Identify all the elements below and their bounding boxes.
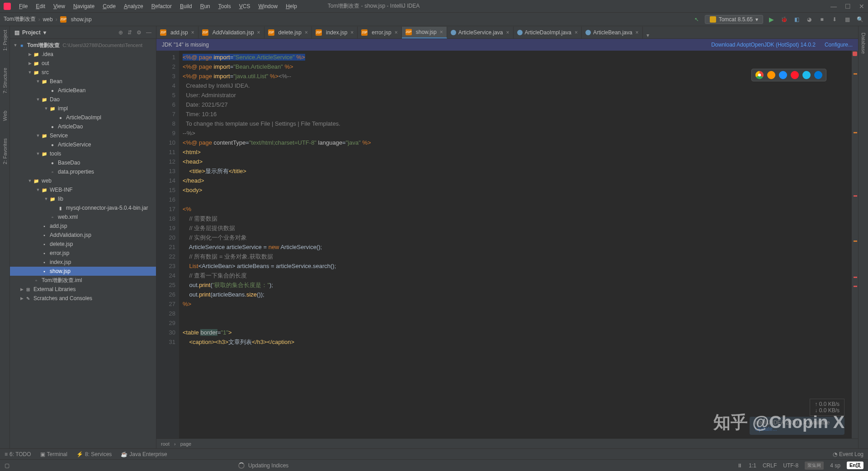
tree-node-basedao[interactable]: ●BaseDao [10, 158, 156, 167]
firefox-icon[interactable] [767, 71, 775, 79]
file-encoding[interactable]: UTF-8 [783, 462, 798, 469]
tree-node-deletejsp[interactable]: ▪delete.jsp [10, 240, 156, 249]
expand-arrow-icon[interactable]: ▶ [19, 287, 24, 292]
tree-node-articlebean[interactable]: ●ArticleBean [10, 86, 156, 95]
hide-icon[interactable]: — [146, 29, 151, 36]
tab-deletejsp[interactable]: JSPdelete.jsp× [264, 27, 312, 38]
coverage-button[interactable]: ◧ [792, 15, 801, 24]
tree-node-externallibraries[interactable]: ▶⊞External Libraries [10, 285, 156, 294]
update-notification[interactable]: IntelliJ IDEA 2020.1.4 available Update.… [750, 417, 844, 435]
debug-button[interactable]: 🐞 [779, 15, 788, 24]
tree-node-impl[interactable]: ▼📁impl [10, 104, 156, 113]
chevron-down-icon[interactable]: ▾ [43, 29, 46, 36]
tree-node-articledaoimpl[interactable]: ●ArticleDaoImpl [10, 113, 156, 122]
git-commit-button[interactable]: ▦ [843, 15, 852, 24]
close-tab-icon[interactable]: × [575, 29, 578, 36]
expand-arrow-icon[interactable]: ▼ [43, 197, 49, 201]
tree-node-out[interactable]: ▶📁out [10, 59, 156, 68]
collapse-icon[interactable]: ⇵ [127, 29, 132, 36]
edge-icon[interactable] [814, 71, 822, 79]
services-tool-window[interactable]: ⚡ 8: Services [76, 451, 112, 457]
breadcrumb-web[interactable]: web [43, 16, 53, 23]
memory-indicator[interactable]: 聚集网 [805, 462, 824, 470]
tab-articledaoimpljava[interactable]: ArticleDaoImpl.java× [514, 27, 582, 38]
crumb-page[interactable]: page [180, 441, 191, 447]
input-language[interactable]: En汉 [847, 462, 863, 469]
tree-node-addjsp[interactable]: ▪add.jsp [10, 221, 156, 231]
menu-file[interactable]: File [15, 1, 31, 11]
tree-node-tomiml[interactable]: ▫Tom增删改查.iml [10, 276, 156, 285]
minimize-icon[interactable]: — [830, 3, 837, 10]
tree-node-showjsp[interactable]: ▪show.jsp [10, 267, 156, 276]
project-root[interactable]: ▼ ■ Tom增删改查 C:\Users\32788\Documents\Ten… [10, 41, 156, 50]
indent-setting[interactable]: 4 sp [830, 462, 840, 469]
close-icon[interactable]: ✕ [859, 3, 864, 10]
tree-node-dao[interactable]: ▼📁Dao [10, 95, 156, 104]
tree-node-tools[interactable]: ▼📁tools [10, 149, 156, 158]
editor-gutter[interactable]: 1234567891011121314151617181920212223242… [156, 51, 179, 438]
rail-structure[interactable]: 7: Structure [1, 66, 9, 95]
tabs-chevron-icon[interactable]: ▾ [643, 32, 653, 38]
close-tab-icon[interactable]: × [395, 29, 398, 36]
expand-arrow-icon[interactable]: ▶ [27, 61, 33, 66]
back-icon[interactable]: ↖ [692, 15, 701, 24]
line-separator[interactable]: CRLF [763, 462, 777, 469]
close-tab-icon[interactable]: × [350, 29, 354, 36]
tree-node-dataproperties[interactable]: ▫data.properties [10, 167, 156, 176]
expand-arrow-icon[interactable]: ▼ [35, 188, 41, 192]
tab-indexjsp[interactable]: JSPindex.jsp× [312, 27, 358, 38]
todo-tool-window[interactable]: ≡ 6: TODO [5, 451, 31, 457]
java-enterprise-tool-window[interactable]: ☕ Java Enterprise [121, 451, 167, 457]
rail-project[interactable]: 1: Project [1, 28, 9, 52]
tab-articlebeanjava[interactable]: ArticleBean.java× [582, 27, 643, 38]
safari-icon[interactable] [779, 71, 787, 79]
project-title[interactable]: Project [22, 29, 41, 36]
tree-node-src[interactable]: ▼📁src [10, 68, 156, 77]
git-update-button[interactable]: ⬇ [830, 15, 839, 24]
expand-arrow-icon[interactable]: ▼ [35, 97, 41, 102]
code-body[interactable]: <%@ page import="Service.ArticleService"… [179, 51, 852, 438]
menu-run[interactable]: Run [197, 1, 214, 11]
tree-node-articleservice[interactable]: ●ArticleService [10, 140, 156, 149]
tab-addjsp[interactable]: JSPadd.jsp× [156, 27, 198, 38]
tree-node-bean[interactable]: ▼📁Bean [10, 77, 156, 86]
breadcrumb-root[interactable]: Tom增删改查 [4, 15, 36, 23]
tree-node-web[interactable]: ▼📁web [10, 176, 156, 185]
pause-indexing-icon[interactable]: ⏸ [737, 462, 742, 469]
expand-arrow-icon[interactable]: ▼ [35, 79, 41, 84]
tree-node-mysqlconnectorjava504binjar[interactable]: ▮mysql-connector-java-5.0.4-bin.jar [10, 203, 156, 212]
run-config-selector[interactable]: Tomcat 8.5.65 ▾ [705, 15, 763, 24]
gear-icon[interactable]: ⚙ [137, 29, 142, 36]
stop-button[interactable]: ■ [817, 15, 826, 24]
tab-articleservicejava[interactable]: ArticleService.java× [447, 27, 514, 38]
download-jdk-link[interactable]: Download AdoptOpenJDK (HotSpot) 14.0.2 [711, 42, 816, 48]
project-tree[interactable]: ▼ ■ Tom增删改查 C:\Users\32788\Documents\Ten… [10, 39, 156, 448]
chrome-icon[interactable] [755, 71, 764, 79]
background-tasks[interactable]: Updating Indices [238, 462, 288, 469]
expand-arrow-icon[interactable]: ▼ [35, 133, 41, 138]
menu-tools[interactable]: Tools [215, 1, 235, 11]
expand-arrow-icon[interactable]: ▶ [19, 296, 24, 301]
tree-node-webxml[interactable]: ▫web.xml [10, 212, 156, 221]
menu-navigate[interactable]: Navigate [70, 1, 98, 11]
update-action-link[interactable]: Update... [755, 426, 839, 432]
close-tab-icon[interactable]: × [257, 29, 260, 36]
opera-icon[interactable] [791, 71, 799, 79]
expand-arrow-icon[interactable]: ▼ [35, 151, 41, 156]
status-icon[interactable]: ▢ [5, 462, 9, 469]
menu-analyze[interactable]: Analyze [120, 1, 147, 11]
analysis-status-icon[interactable] [853, 52, 857, 56]
configure-jdk-link[interactable]: Configure... [825, 42, 853, 48]
rail-database[interactable]: Database [860, 31, 867, 56]
menu-vcs[interactable]: VCS [236, 1, 254, 11]
close-tab-icon[interactable]: × [305, 29, 308, 36]
menu-view[interactable]: View [50, 1, 69, 11]
tree-node-articledao[interactable]: ●ArticleDao [10, 122, 156, 131]
menu-code[interactable]: Code [99, 1, 119, 11]
maximize-icon[interactable]: ☐ [845, 3, 851, 10]
expand-arrow-icon[interactable]: ▼ [27, 70, 33, 75]
breadcrumb-file[interactable]: show.jsp [71, 16, 92, 23]
crumb-root[interactable]: root [161, 441, 170, 447]
rail-web[interactable]: Web [1, 109, 9, 122]
expand-arrow-icon[interactable]: ▼ [27, 179, 33, 183]
